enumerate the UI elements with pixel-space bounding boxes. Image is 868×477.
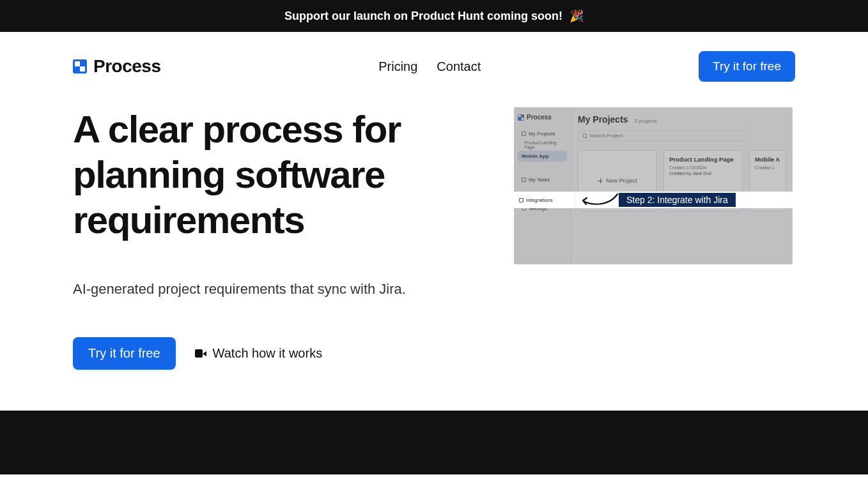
demo-project-count: 2 projects	[635, 118, 657, 124]
demo-sidebar-label: My Projects	[529, 131, 555, 137]
demo-sidebar-subitem: Product Landing Page	[518, 140, 567, 149]
demo-brand: Process	[518, 114, 567, 121]
demo-card-author: Created by Jane Doe	[669, 171, 737, 176]
hero-headline: A clear process for planning software re…	[73, 107, 488, 243]
party-icon: 🎉	[570, 10, 584, 22]
demo-step-sidebar-item: Integrations	[514, 192, 575, 208]
brand-logo-icon	[518, 114, 524, 121]
announcement-bar[interactable]: Support our launch on Product Hunt comin…	[0, 0, 868, 32]
plus-icon	[598, 178, 603, 183]
brand-logo-icon	[73, 59, 87, 73]
brand-name: Process	[93, 56, 160, 77]
demo-sidebar-label: Mobile App	[522, 153, 549, 159]
hero-subhead: AI-generated project requirements that s…	[73, 281, 488, 298]
footer-band	[0, 411, 868, 474]
watch-label: Watch how it works	[213, 346, 323, 361]
folder-icon	[522, 132, 526, 136]
document-icon	[522, 178, 526, 182]
integrations-icon	[519, 198, 523, 202]
nav-contact[interactable]: Contact	[437, 59, 481, 74]
demo-step-strip: Integrations Step 2: Integrate with Jira	[514, 192, 793, 208]
primary-nav: Pricing Contact	[378, 59, 481, 74]
header-cta-button[interactable]: Try it for free	[699, 51, 795, 82]
demo-card-title: Product Landing Page	[669, 156, 737, 163]
demo-card-title: Mobile A	[755, 156, 780, 163]
search-icon	[582, 133, 587, 138]
product-demo-preview[interactable]: Process My Projects Product Landing Page…	[514, 107, 793, 264]
demo-sidebar-my-projects: My Projects	[518, 128, 567, 139]
demo-brand-name: Process	[527, 114, 552, 121]
announcement-text: Support our launch on Product Hunt comin…	[284, 10, 562, 22]
demo-sidebar-label: My Tasks	[529, 177, 550, 183]
watch-how-it-works-link[interactable]: Watch how it works	[195, 346, 323, 361]
demo-main: My Projects 2 projects Search Project Ne…	[571, 107, 793, 264]
demo-search-input: Search Project	[578, 130, 750, 141]
demo-new-project-label: New Project	[606, 178, 637, 184]
demo-sidebar: Process My Projects Product Landing Page…	[514, 107, 571, 264]
arrow-icon	[577, 190, 621, 209]
demo-step-sidebar-label: Integrations	[526, 197, 553, 203]
demo-search-placeholder: Search Project	[589, 133, 623, 139]
demo-main-title: My Projects	[578, 114, 628, 125]
demo-sidebar-my-tasks: My Tasks	[518, 174, 567, 185]
demo-sidebar-subitem-selected: Mobile App	[518, 151, 567, 162]
demo-card-created: Created 1	[755, 165, 780, 170]
demo-card-created: Created 1/19/2024	[669, 165, 737, 170]
nav-pricing[interactable]: Pricing	[378, 59, 417, 74]
video-icon	[195, 349, 206, 358]
hero-cta-button[interactable]: Try it for free	[73, 337, 176, 370]
hero-section: A clear process for planning software re…	[73, 101, 795, 395]
site-header: Process Pricing Contact Try it for free	[73, 32, 795, 101]
brand[interactable]: Process	[73, 56, 160, 77]
demo-step-label: Step 2: Integrate with Jira	[619, 193, 736, 207]
